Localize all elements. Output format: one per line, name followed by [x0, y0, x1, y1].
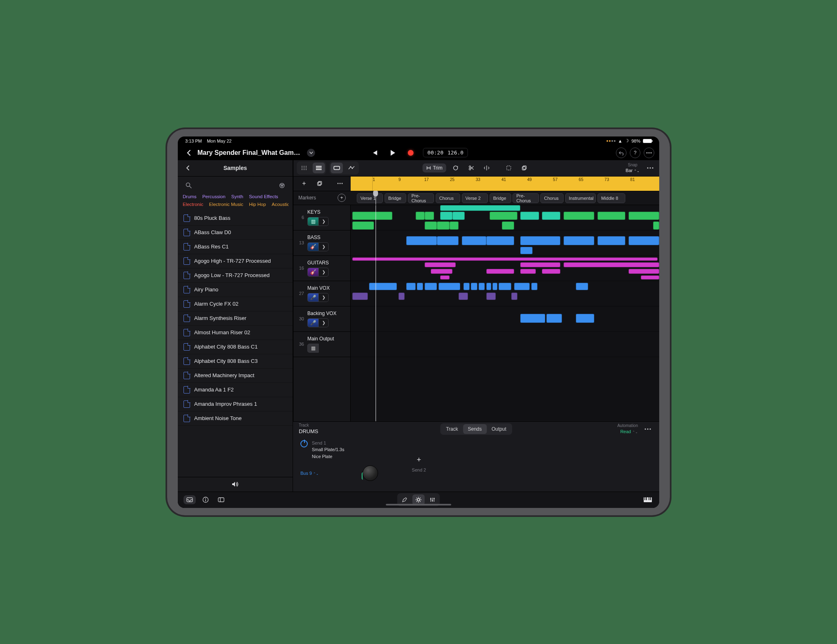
region[interactable] [564, 262, 659, 267]
disclosure-button[interactable]: ❯ [319, 242, 329, 251]
sample-item[interactable]: 80s Pluck Bass [178, 211, 293, 226]
region[interactable] [439, 283, 460, 290]
region[interactable] [486, 236, 514, 245]
region[interactable] [406, 236, 437, 245]
region[interactable] [531, 283, 537, 290]
region[interactable] [520, 262, 560, 267]
back-button[interactable] [183, 147, 194, 159]
sample-item[interactable]: ABass Claw D0 [178, 226, 293, 240]
sample-item[interactable]: Amanda Improv Phrases 1 [178, 397, 293, 411]
region[interactable] [653, 221, 659, 230]
instrument-icon[interactable]: ▥ [307, 217, 319, 226]
region[interactable] [511, 293, 517, 300]
sample-list[interactable]: 80s Pluck BassABass Claw D0ABass Res C1A… [178, 211, 293, 477]
add-marker-button[interactable]: + [338, 194, 346, 202]
home-indicator[interactable] [386, 504, 451, 505]
view-grid-button[interactable] [298, 163, 310, 173]
region[interactable] [437, 236, 459, 245]
marker-chip[interactable]: Middle 8 [598, 193, 625, 203]
copy-tool-button[interactable] [518, 163, 530, 173]
region[interactable] [598, 212, 625, 220]
disclosure-button[interactable]: ❯ [319, 268, 329, 277]
split-tool-button[interactable] [481, 163, 493, 173]
playhead[interactable] [376, 191, 376, 205]
region[interactable] [520, 269, 536, 274]
automation-value[interactable]: Read [620, 429, 631, 434]
track-header[interactable]: 13 BASS 🎸 ❯ [293, 230, 350, 256]
region[interactable] [352, 221, 374, 230]
region[interactable] [471, 283, 477, 290]
region[interactable] [452, 212, 465, 220]
power-icon[interactable] [300, 440, 308, 447]
project-menu-button[interactable] [307, 149, 315, 157]
region[interactable] [425, 221, 437, 230]
region[interactable] [440, 212, 452, 220]
sample-item[interactable]: Airy Piano [178, 283, 293, 297]
region[interactable] [437, 221, 449, 230]
marker-chip[interactable]: Chorus [436, 193, 460, 203]
track-lane[interactable] [351, 281, 659, 306]
region[interactable] [440, 275, 450, 280]
region[interactable] [520, 212, 539, 220]
instrument-icon[interactable]: 🎤 [307, 293, 319, 302]
add-send-button[interactable]: + Send 2 [394, 440, 443, 488]
info-button[interactable] [200, 494, 211, 505]
region[interactable] [486, 269, 514, 274]
instrument-icon[interactable]: 🎸 [307, 268, 319, 277]
undo-button[interactable] [616, 148, 627, 158]
region[interactable] [629, 236, 660, 245]
mix-tabs[interactable]: TrackSendsOutput [440, 423, 512, 435]
instrument-icon[interactable]: ▦ [307, 344, 319, 353]
search-button[interactable] [183, 180, 194, 191]
project-title[interactable]: Mary Spender Final_What Game Do... [197, 149, 304, 157]
region[interactable] [431, 269, 452, 274]
browser-tag[interactable]: Acoustic [272, 202, 289, 207]
sample-item[interactable]: Alphabet City 808 Bass C3 [178, 354, 293, 369]
marker-chip[interactable]: Verse 1 [357, 193, 383, 203]
send1-bus[interactable]: Bus 9 [300, 471, 312, 476]
sample-item[interactable]: Alarm Cycle FX 02 [178, 297, 293, 311]
select-tool-button[interactable] [503, 163, 515, 173]
play-button[interactable] [387, 147, 398, 159]
region[interactable] [417, 283, 423, 290]
region[interactable] [564, 236, 595, 245]
region[interactable] [564, 212, 595, 220]
preview-audio-button[interactable] [230, 479, 241, 490]
mix-tab[interactable]: Output [487, 424, 511, 434]
view-list-button[interactable] [313, 163, 325, 173]
track-header[interactable]: 27 Main VOX 🎤 ❯ [293, 281, 350, 306]
disclosure-button[interactable]: ❯ [319, 293, 329, 302]
timeline-ruler[interactable]: 19172533414957657381 [351, 177, 659, 191]
region[interactable] [629, 269, 660, 274]
track-header[interactable]: 36 Main Output ▦ [293, 332, 350, 357]
region[interactable] [425, 262, 456, 267]
inbox-button[interactable] [184, 495, 196, 504]
region[interactable] [520, 314, 545, 323]
add-track-button[interactable]: + [298, 178, 310, 189]
trim-tool-button[interactable]: Trim [422, 163, 446, 172]
browser-tag[interactable]: Drums [183, 195, 197, 199]
mix-tab[interactable]: Sends [463, 424, 487, 434]
track-lane[interactable] [351, 205, 659, 230]
region[interactable] [629, 212, 660, 220]
region[interactable] [576, 283, 588, 290]
disclosure-button[interactable]: ❯ [319, 318, 329, 327]
scissors-tool-button[interactable] [465, 163, 477, 173]
go-to-start-button[interactable] [369, 147, 380, 159]
sample-item[interactable]: ABass Res C1 [178, 240, 293, 254]
browser-back-button[interactable] [182, 162, 193, 174]
loop-tool-button[interactable] [450, 163, 462, 173]
region[interactable] [440, 205, 520, 211]
region[interactable] [425, 212, 434, 220]
track-lane[interactable] [351, 256, 659, 281]
region[interactable] [598, 236, 625, 245]
region[interactable] [502, 221, 514, 230]
browser-tag[interactable]: Electronic [183, 202, 204, 207]
region[interactable] [425, 283, 437, 290]
track-header[interactable]: 16 GUITARS 🎸 ❯ [293, 256, 350, 281]
send1-level-knob[interactable] [363, 465, 378, 481]
region[interactable] [542, 212, 560, 220]
automation-view-button[interactable] [345, 163, 358, 173]
region[interactable] [499, 283, 511, 290]
marker-chip[interactable]: Pre-Chorus [408, 193, 434, 203]
